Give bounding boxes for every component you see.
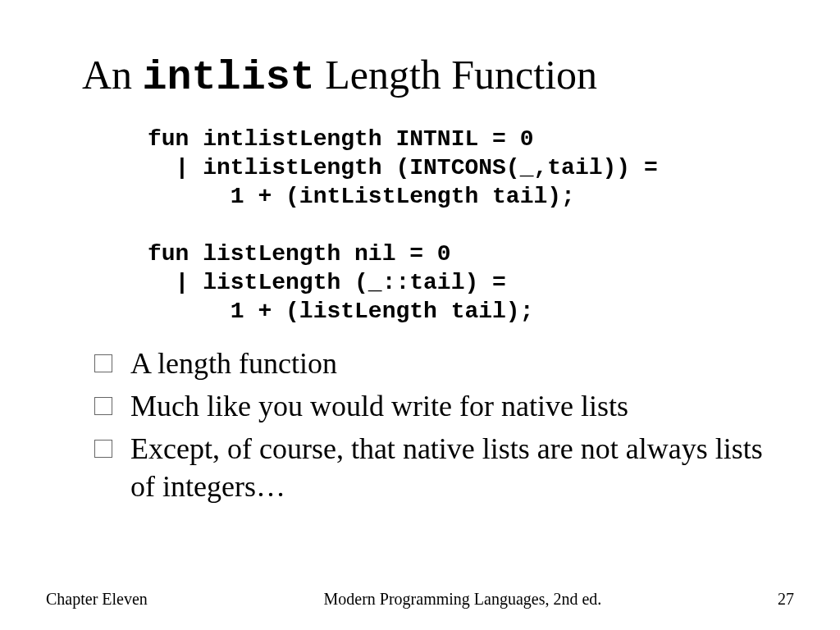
code-block: fun intlistLength INTNIL = 0 | intlistLe… (148, 125, 658, 326)
list-item: A length function (94, 345, 767, 382)
bullet-text: Much like you would write for native lis… (130, 387, 767, 425)
title-prefix: An (82, 52, 143, 98)
bullet-icon (94, 354, 112, 372)
code-line-2: | intlistLength (INTCONS(_,tail)) = (148, 155, 658, 180)
footer-left: Chapter Eleven (46, 590, 148, 609)
code-line-3: 1 + (intListLength tail); (148, 184, 575, 209)
footer-center: Modern Programming Languages, 2nd ed. (324, 590, 602, 609)
slide-title: An intlist Length Function (82, 51, 597, 101)
list-item: Except, of course, that native lists are… (94, 430, 767, 505)
code-line-6: | listLength (_::tail) = (148, 270, 506, 295)
bullet-list: A length function Much like you would wr… (94, 345, 767, 510)
title-suffix: Length Function (315, 52, 597, 98)
footer: Chapter Eleven Modern Programming Langua… (0, 590, 840, 609)
bullet-text: Except, of course, that native lists are… (130, 430, 767, 505)
code-line-5: fun listLength nil = 0 (148, 241, 451, 267)
slide: An intlist Length Function fun intlistLe… (0, 0, 840, 630)
bullet-icon (94, 440, 112, 458)
list-item: Much like you would write for native lis… (94, 387, 767, 425)
title-mono: intlist (143, 54, 315, 101)
code-line-1: fun intlistLength INTNIL = 0 (148, 126, 533, 152)
footer-right: 27 (778, 590, 794, 609)
code-line-7: 1 + (listLength tail); (148, 299, 533, 324)
bullet-text: A length function (130, 345, 767, 382)
bullet-icon (94, 397, 112, 415)
